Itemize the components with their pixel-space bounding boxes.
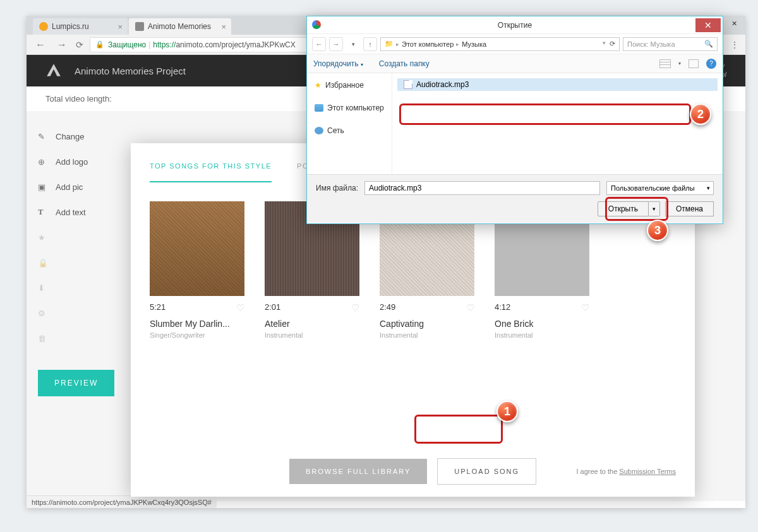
favicon-icon	[135, 22, 144, 31]
close-icon[interactable]: ×	[221, 22, 226, 32]
menu-icon[interactable]: ⋮	[730, 40, 739, 50]
dialog-close-button[interactable]: ✕	[695, 18, 721, 32]
network-icon	[315, 127, 323, 134]
sidebar-item[interactable]: ⚙	[38, 300, 115, 326]
browse-library-button[interactable]: BROWSE FULL LIBRARY	[289, 459, 427, 484]
modal-footer: BROWSE FULL LIBRARY UPLOAD SONG I agree …	[131, 446, 695, 497]
nav-back-button[interactable]: ←	[312, 37, 326, 51]
upload-song-button[interactable]: UPLOAD SONG	[437, 458, 536, 485]
file-icon	[404, 80, 412, 89]
open-dropdown-button[interactable]: ▾	[649, 201, 660, 216]
heart-icon[interactable]: ♡	[351, 302, 359, 314]
view-options-button[interactable]	[659, 59, 671, 68]
annotation-badge-3: 3	[647, 220, 668, 241]
tab-top-songs[interactable]: TOP SONGS FOR THIS STYLE	[150, 162, 272, 182]
reload-button[interactable]: ⟳	[76, 40, 83, 50]
file-item[interactable]: Audiotrack.mp3	[397, 78, 718, 91]
star-icon: ★	[315, 81, 322, 90]
lock-icon: 🔒	[95, 40, 104, 49]
cancel-button[interactable]: Отмена	[665, 201, 714, 216]
filename-input[interactable]	[364, 181, 600, 195]
folder-icon: 📁	[385, 40, 394, 48]
nav-up-button[interactable]: ↑	[363, 37, 377, 51]
heart-icon[interactable]: ♡	[236, 302, 244, 314]
dialog-nav: ← → ▾ ↑ 📁 ▸ Этот компьютер ▸ Музыка ▾ ⟳ …	[307, 34, 723, 54]
trash-icon: 🗑	[38, 334, 49, 343]
preview-pane-button[interactable]	[689, 59, 699, 68]
browser-tab-1[interactable]: Lumpics.ru ×	[33, 18, 128, 35]
animoto-logo-icon	[45, 62, 62, 79]
help-icon[interactable]: ?	[706, 59, 716, 69]
sidebar-item-logo[interactable]: ⊕Add logo	[38, 149, 115, 174]
filename-label: Имя файла:	[316, 184, 358, 192]
sidebar-item-change[interactable]: ✎Change	[38, 124, 115, 149]
file-list: Audiotrack.mp3	[392, 73, 723, 174]
heart-icon[interactable]: ♡	[466, 302, 474, 314]
sidebar-item[interactable]: 🔒	[38, 250, 115, 275]
chevron-down-icon[interactable]: ▾	[346, 37, 360, 51]
download-icon: ⬇	[38, 283, 49, 293]
song-genre: Instrumental	[380, 329, 474, 339]
chrome-icon	[312, 20, 321, 29]
editor-sidebar: ✎Change ⊕Add logo ▣Add pic TAdd text ★ 🔒…	[27, 111, 115, 501]
terms-text: I agree to the Submission Terms	[576, 468, 676, 475]
refresh-icon[interactable]: ⟳	[610, 40, 615, 48]
song-genre: Instrumental	[495, 329, 589, 339]
song-title: Slumber My Darlin...	[150, 314, 244, 329]
dialog-sidebar: ★Избранное Этот компьютер Сеть	[307, 73, 392, 174]
terms-link[interactable]: Submission Terms	[619, 468, 676, 475]
dialog-body: ★Избранное Этот компьютер Сеть Audiotrac…	[307, 73, 723, 174]
dialog-titlebar: Открытие ✕	[307, 16, 723, 34]
nav-forward-button[interactable]: →	[329, 37, 343, 51]
status-bar: https://animoto.com/project/ymaJKPKwCxq4…	[27, 495, 217, 508]
lock-icon: 🔒	[38, 258, 49, 268]
image-icon: ▣	[38, 182, 49, 192]
sidebar-computer[interactable]: Этот компьютер	[307, 101, 392, 115]
chevron-down-icon[interactable]: ▾	[603, 40, 606, 48]
gear-icon: ⚙	[38, 309, 49, 318]
dialog-title: Открытие	[307, 21, 723, 30]
sidebar-item[interactable]: ⬇	[38, 275, 115, 300]
song-duration: 5:21	[150, 302, 165, 314]
song-title: Captivating	[380, 314, 474, 329]
organize-button[interactable]: Упорядочить ▾	[313, 59, 363, 68]
clock-icon: ⊕	[38, 157, 49, 167]
breadcrumb-path[interactable]: 📁 ▸ Этот компьютер ▸ Музыка ▾ ⟳	[380, 37, 620, 51]
song-genre: Singer/Songwriter	[150, 329, 244, 339]
song-thumbnail	[150, 201, 244, 296]
annotation-badge-2: 2	[690, 103, 711, 125]
sidebar-item[interactable]: 🗑	[38, 326, 115, 351]
heart-icon[interactable]: ♡	[581, 302, 589, 314]
song-card[interactable]: 5:21♡ Slumber My Darlin... Singer/Songwr…	[150, 201, 244, 339]
open-button[interactable]: Открыть	[598, 201, 649, 216]
dialog-toolbar: Упорядочить ▾ Создать папку ▾ ?	[307, 54, 723, 73]
song-title: Atelier	[265, 314, 359, 329]
url-text: https://animoto.com/project/ymaJKPKwCX	[153, 40, 295, 49]
dialog-search-input[interactable]: Поиск: Музыка 🔍	[623, 37, 718, 51]
file-type-filter[interactable]: Пользовательские файлы	[606, 181, 714, 195]
chevron-down-icon[interactable]: ▾	[678, 61, 681, 66]
file-name: Audiotrack.mp3	[416, 80, 469, 89]
close-button[interactable]: ✕	[723, 16, 745, 31]
preview-button[interactable]: PREVIEW	[38, 370, 114, 396]
sidebar-item-pic[interactable]: ▣Add pic	[38, 174, 115, 199]
sidebar-item[interactable]: ★	[38, 225, 115, 250]
back-button[interactable]: ←	[33, 39, 48, 50]
song-duration: 4:12	[495, 302, 510, 314]
close-icon[interactable]: ×	[117, 22, 123, 32]
tab-title: Animoto Memories	[148, 22, 211, 31]
sidebar-item-text[interactable]: TAdd text	[38, 199, 115, 225]
file-open-dialog: Открытие ✕ ← → ▾ ↑ 📁 ▸ Этот компьютер ▸ …	[306, 16, 723, 224]
sidebar-favorites[interactable]: ★Избранное	[307, 78, 392, 92]
song-duration: 2:49	[380, 302, 395, 314]
sidebar-network[interactable]: Сеть	[307, 124, 392, 138]
star-icon: ★	[38, 233, 49, 242]
new-folder-button[interactable]: Создать папку	[379, 59, 430, 68]
song-title: One Brick	[495, 314, 589, 329]
browser-tab-2[interactable]: Animoto Memories ×	[129, 18, 231, 35]
song-duration: 2:01	[265, 302, 280, 314]
open-button-group: Открыть ▾	[598, 201, 660, 216]
forward-button[interactable]: →	[54, 39, 69, 50]
pencil-icon: ✎	[38, 132, 49, 141]
search-icon: 🔍	[704, 40, 713, 48]
